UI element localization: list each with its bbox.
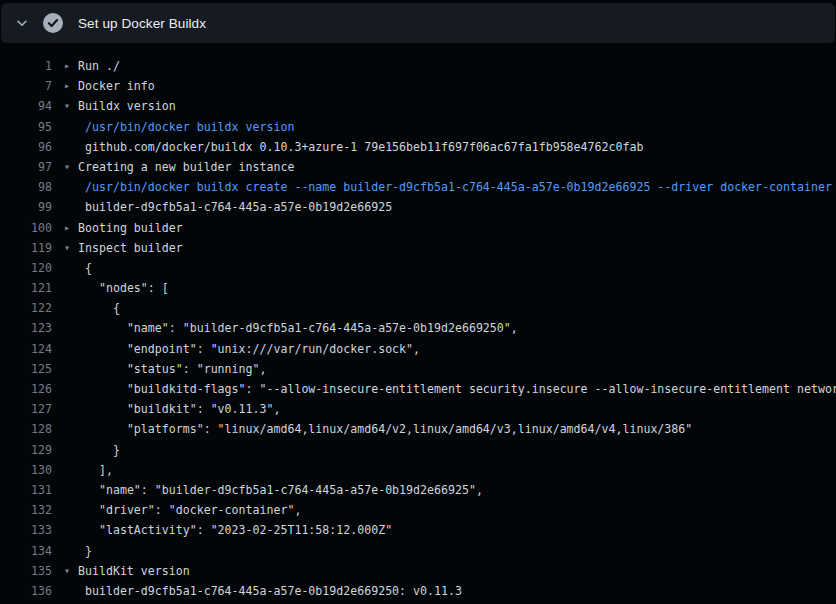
- log-line[interactable]: 7▸Docker info: [0, 76, 836, 96]
- log-line: 129 }: [0, 440, 836, 460]
- arrow-spacer: [64, 520, 78, 540]
- line-number[interactable]: 121: [0, 278, 52, 298]
- arrow-spacer: [64, 278, 78, 298]
- line-number[interactable]: 120: [0, 258, 52, 278]
- line-number[interactable]: 131: [0, 480, 52, 500]
- line-number[interactable]: 133: [0, 520, 52, 540]
- log-line: 98/usr/bin/docker buildx create --name b…: [0, 177, 836, 197]
- log-line: 120{: [0, 258, 836, 278]
- arrow-spacer: [64, 197, 78, 217]
- log-line[interactable]: 1▸Run ./: [0, 56, 836, 76]
- chevron-right-icon[interactable]: ▸: [64, 56, 78, 76]
- line-number[interactable]: 124: [0, 339, 52, 359]
- chevron-down-icon[interactable]: ▾: [64, 157, 78, 177]
- log-line: 133 "lastActivity": "2023-02-25T11:58:12…: [0, 520, 836, 540]
- arrow-spacer: [64, 298, 78, 318]
- log-text: Booting builder: [78, 218, 183, 238]
- arrow-spacer: [64, 359, 78, 379]
- log-text: builder-d9cfb5a1-c764-445a-a57e-0b19d2e6…: [78, 197, 392, 217]
- log-area: 1▸Run ./7▸Docker info94▾Buildx version95…: [0, 43, 836, 601]
- line-number[interactable]: 96: [0, 137, 52, 157]
- log-command-text: /usr/bin/docker buildx create --name bui…: [78, 177, 832, 197]
- log-line: 130 ],: [0, 460, 836, 480]
- arrow-spacer: [64, 177, 78, 197]
- line-number[interactable]: 123: [0, 318, 52, 338]
- line-number[interactable]: 97: [0, 157, 52, 177]
- line-number[interactable]: 129: [0, 440, 52, 460]
- step-header[interactable]: Set up Docker Buildx: [1, 3, 835, 43]
- log-text: "nodes": [: [78, 278, 169, 298]
- log-text: "buildkitd-flags": "--allow-insecure-ent…: [78, 379, 836, 399]
- check-circle-icon: [43, 13, 63, 33]
- line-number[interactable]: 100: [0, 218, 52, 238]
- line-number[interactable]: 119: [0, 238, 52, 258]
- line-number[interactable]: 98: [0, 177, 52, 197]
- log-text: {: [78, 298, 120, 318]
- line-number[interactable]: 132: [0, 500, 52, 520]
- log-line: 128 "platforms": "linux/amd64,linux/amd6…: [0, 419, 836, 439]
- chevron-down-icon[interactable]: ▾: [64, 238, 78, 258]
- arrow-spacer: [64, 581, 78, 601]
- log-text: ],: [78, 460, 113, 480]
- log-text: "name": "builder-d9cfb5a1-c764-445a-a57e…: [78, 480, 483, 500]
- log-line[interactable]: 119▾Inspect builder: [0, 238, 836, 258]
- arrow-spacer: [64, 440, 78, 460]
- arrow-spacer: [64, 339, 78, 359]
- log-text: github.com/docker/buildx 0.10.3+azure-1 …: [78, 137, 643, 157]
- log-line: 122 {: [0, 298, 836, 318]
- arrow-spacer: [64, 117, 78, 137]
- arrow-spacer: [64, 419, 78, 439]
- line-number[interactable]: 99: [0, 197, 52, 217]
- log-text: Docker info: [78, 76, 155, 96]
- arrow-spacer: [64, 399, 78, 419]
- arrow-spacer: [64, 258, 78, 278]
- log-text: Creating a new builder instance: [78, 157, 294, 177]
- log-line: 96github.com/docker/buildx 0.10.3+azure-…: [0, 137, 836, 157]
- arrow-spacer: [64, 500, 78, 520]
- line-number[interactable]: 127: [0, 399, 52, 419]
- log-line[interactable]: 135▾BuildKit version: [0, 561, 836, 581]
- log-text: "driver": "docker-container",: [78, 500, 301, 520]
- log-line[interactable]: 94▾Buildx version: [0, 96, 836, 116]
- log-line: 121 "nodes": [: [0, 278, 836, 298]
- arrow-spacer: [64, 379, 78, 399]
- log-text: "status": "running",: [78, 359, 266, 379]
- line-number[interactable]: 1: [0, 56, 52, 76]
- log-text: "buildkit": "v0.11.3",: [78, 399, 280, 419]
- step-title: Set up Docker Buildx: [78, 16, 206, 31]
- log-text: Run ./: [78, 56, 120, 76]
- line-number[interactable]: 130: [0, 460, 52, 480]
- line-number[interactable]: 125: [0, 359, 52, 379]
- line-number[interactable]: 134: [0, 541, 52, 561]
- log-line: 123 "name": "builder-d9cfb5a1-c764-445a-…: [0, 318, 836, 338]
- log-line: 126 "buildkitd-flags": "--allow-insecure…: [0, 379, 836, 399]
- line-number[interactable]: 128: [0, 419, 52, 439]
- line-number[interactable]: 95: [0, 117, 52, 137]
- log-line: 132 "driver": "docker-container",: [0, 500, 836, 520]
- chevron-down-icon[interactable]: [14, 15, 30, 31]
- log-text: builder-d9cfb5a1-c764-445a-a57e-0b19d2e6…: [78, 581, 462, 601]
- log-command-text: /usr/bin/docker buildx version: [78, 117, 294, 137]
- log-text: "endpoint": "unix:///var/run/docker.sock…: [78, 339, 420, 359]
- log-text: }: [78, 440, 120, 460]
- line-number[interactable]: 126: [0, 379, 52, 399]
- log-line: 131 "name": "builder-d9cfb5a1-c764-445a-…: [0, 480, 836, 500]
- chevron-down-icon[interactable]: ▾: [64, 96, 78, 116]
- chevron-right-icon[interactable]: ▸: [64, 218, 78, 238]
- log-text: BuildKit version: [78, 561, 190, 581]
- log-line: 136builder-d9cfb5a1-c764-445a-a57e-0b19d…: [0, 581, 836, 601]
- arrow-spacer: [64, 480, 78, 500]
- log-line[interactable]: 97▾Creating a new builder instance: [0, 157, 836, 177]
- log-text: }: [78, 541, 92, 561]
- chevron-down-icon[interactable]: ▾: [64, 561, 78, 581]
- log-text: Buildx version: [78, 96, 176, 116]
- line-number[interactable]: 135: [0, 561, 52, 581]
- line-number[interactable]: 7: [0, 76, 52, 96]
- line-number[interactable]: 122: [0, 298, 52, 318]
- line-number[interactable]: 94: [0, 96, 52, 116]
- log-line: 95/usr/bin/docker buildx version: [0, 117, 836, 137]
- log-line[interactable]: 100▸Booting builder: [0, 218, 836, 238]
- chevron-right-icon[interactable]: ▸: [64, 76, 78, 96]
- log-line: 127 "buildkit": "v0.11.3",: [0, 399, 836, 419]
- line-number[interactable]: 136: [0, 581, 52, 601]
